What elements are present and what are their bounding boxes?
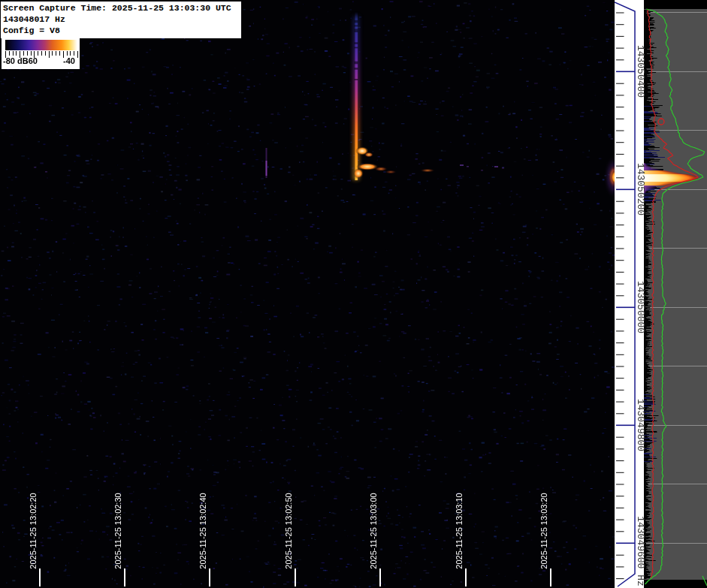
time-label: 2025-11-25 13:02:50 [284, 493, 293, 568]
freq-axis-spectrum-canvas [615, 0, 707, 588]
spectrogram-screen: Screen Capture Time: 2025-11-25 13:03:30… [0, 0, 707, 588]
frequency-label: 143049600 Hz [635, 516, 646, 586]
frequency-text: 143048017 Hz [3, 14, 239, 25]
time-label: 2025-11-25 13:03:10 [455, 493, 464, 568]
time-tick-mark [379, 568, 381, 586]
config-text: Config = V8 [3, 25, 239, 36]
capture-info-box: Screen Capture Time: 2025-11-25 13:03:30… [1, 2, 241, 38]
time-tick-mark [550, 568, 551, 586]
time-tick-mark [124, 568, 125, 586]
time-tick-mark [465, 568, 467, 586]
color-scale-minor-ticks [5, 51, 78, 56]
color-scale-gradient [5, 40, 77, 50]
time-label: 2025-11-25 13:03:00 [369, 493, 378, 568]
frequency-label: 143049800 [635, 399, 646, 451]
time-tick-mark [39, 568, 41, 586]
color-scale-label: -40 [63, 56, 75, 65]
waterfall-canvas [0, 0, 615, 588]
time-label: 2025-11-25 13:02:20 [29, 493, 38, 568]
capture-time-text: Screen Capture Time: 2025-11-25 13:03:30… [3, 2, 239, 14]
color-scale-label: -80 dB [3, 56, 29, 65]
time-label: 2025-11-25 13:02:30 [113, 493, 122, 568]
frequency-label: 143050400 [635, 45, 646, 98]
frequency-label: 143050200 [635, 163, 646, 216]
time-tick-mark [295, 568, 296, 586]
time-tick-mark [209, 568, 210, 586]
time-label: 2025-11-25 13:02:40 [198, 493, 207, 568]
color-scale-label: -60 [26, 56, 38, 65]
time-label: 2025-11-25 13:03:20 [539, 493, 548, 568]
color-scale-legend: -80 dB-60-40 [2, 38, 80, 69]
frequency-label: 143050000 [635, 281, 646, 333]
